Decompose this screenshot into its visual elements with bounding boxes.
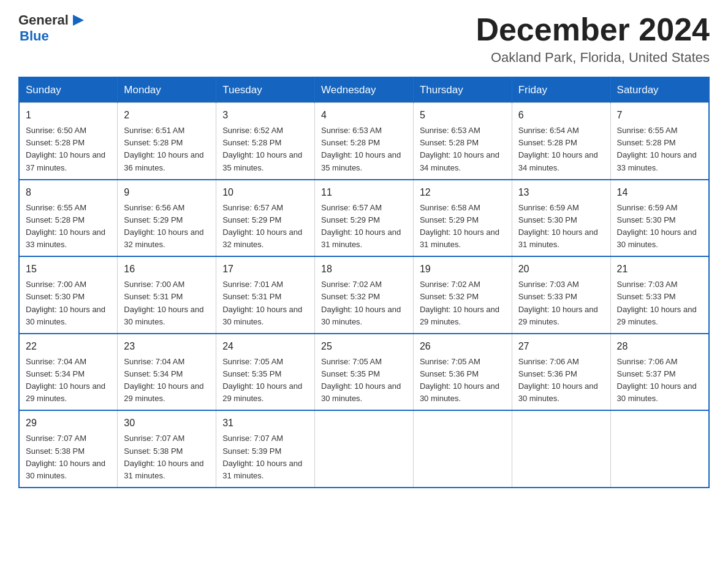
day-info: Sunrise: 6:58 AMSunset: 5:29 PMDaylight:… [420, 202, 506, 251]
day-number: 9 [124, 185, 210, 200]
day-info: Sunrise: 6:53 AMSunset: 5:28 PMDaylight:… [321, 124, 407, 174]
day-number: 25 [321, 339, 407, 354]
day-number: 23 [124, 339, 210, 354]
logo-general-text: General [18, 12, 69, 28]
day-info: Sunrise: 6:54 AMSunset: 5:28 PMDaylight:… [518, 124, 604, 174]
day-info: Sunrise: 7:05 AMSunset: 5:35 PMDaylight:… [222, 356, 308, 405]
day-info: Sunrise: 6:57 AMSunset: 5:29 PMDaylight:… [321, 202, 407, 251]
day-info: Sunrise: 7:07 AMSunset: 5:38 PMDaylight:… [124, 432, 210, 482]
calendar-cell: 17Sunrise: 7:01 AMSunset: 5:31 PMDayligh… [216, 256, 315, 334]
calendar-cell: 18Sunrise: 7:02 AMSunset: 5:32 PMDayligh… [315, 256, 414, 334]
week-row-5: 29Sunrise: 7:07 AMSunset: 5:38 PMDayligh… [19, 410, 709, 488]
calendar-cell: 2Sunrise: 6:51 AMSunset: 5:28 PMDaylight… [118, 103, 216, 180]
day-number: 26 [420, 339, 506, 354]
day-info: Sunrise: 6:57 AMSunset: 5:29 PMDaylight:… [222, 202, 308, 251]
calendar-cell: 25Sunrise: 7:05 AMSunset: 5:35 PMDayligh… [315, 334, 414, 411]
day-info: Sunrise: 6:50 AMSunset: 5:28 PMDaylight:… [26, 124, 111, 174]
day-number: 19 [420, 262, 506, 277]
weekday-header-row: SundayMondayTuesdayWednesdayThursdayFrid… [19, 77, 709, 103]
day-info: Sunrise: 7:07 AMSunset: 5:38 PMDaylight:… [26, 432, 111, 482]
weekday-header-thursday: Thursday [413, 77, 512, 103]
day-number: 27 [518, 339, 604, 354]
day-number: 12 [420, 185, 506, 200]
day-number: 15 [26, 262, 111, 277]
day-number: 3 [222, 108, 308, 123]
calendar-cell: 28Sunrise: 7:06 AMSunset: 5:37 PMDayligh… [610, 334, 709, 411]
page-header: General Blue December 2024 Oakland Park,… [18, 12, 710, 66]
day-number: 7 [617, 108, 702, 123]
calendar-cell: 22Sunrise: 7:04 AMSunset: 5:34 PMDayligh… [19, 334, 118, 411]
day-number: 17 [222, 262, 308, 277]
calendar-cell: 30Sunrise: 7:07 AMSunset: 5:38 PMDayligh… [118, 410, 216, 488]
day-number: 14 [617, 185, 702, 200]
calendar-cell: 27Sunrise: 7:06 AMSunset: 5:36 PMDayligh… [512, 334, 610, 411]
day-number: 29 [26, 416, 111, 431]
day-number: 18 [321, 262, 407, 277]
day-number: 1 [26, 108, 111, 123]
calendar-cell: 1Sunrise: 6:50 AMSunset: 5:28 PMDaylight… [19, 103, 118, 180]
calendar-cell: 21Sunrise: 7:03 AMSunset: 5:33 PMDayligh… [610, 256, 709, 334]
day-number: 22 [26, 339, 111, 354]
day-number: 30 [124, 416, 210, 431]
calendar-cell: 8Sunrise: 6:55 AMSunset: 5:28 PMDaylight… [19, 180, 118, 257]
logo: General Blue [18, 12, 86, 44]
day-info: Sunrise: 6:55 AMSunset: 5:28 PMDaylight:… [617, 124, 702, 174]
weekday-header-saturday: Saturday [610, 77, 709, 103]
day-number: 31 [222, 416, 308, 431]
day-number: 2 [124, 108, 210, 123]
day-number: 24 [222, 339, 308, 354]
day-info: Sunrise: 7:02 AMSunset: 5:32 PMDaylight:… [420, 278, 506, 328]
day-number: 21 [617, 262, 702, 277]
calendar-cell: 15Sunrise: 7:00 AMSunset: 5:30 PMDayligh… [19, 256, 118, 334]
month-title: December 2024 [476, 12, 710, 47]
day-number: 20 [518, 262, 604, 277]
day-info: Sunrise: 7:07 AMSunset: 5:39 PMDaylight:… [222, 432, 308, 482]
calendar-cell: 24Sunrise: 7:05 AMSunset: 5:35 PMDayligh… [216, 334, 315, 411]
day-info: Sunrise: 6:56 AMSunset: 5:29 PMDaylight:… [124, 202, 210, 251]
day-info: Sunrise: 7:04 AMSunset: 5:34 PMDaylight:… [124, 356, 210, 405]
calendar-cell: 20Sunrise: 7:03 AMSunset: 5:33 PMDayligh… [512, 256, 610, 334]
logo-blue-text: Blue [20, 28, 86, 44]
calendar-cell: 12Sunrise: 6:58 AMSunset: 5:29 PMDayligh… [413, 180, 512, 257]
day-info: Sunrise: 7:05 AMSunset: 5:35 PMDaylight:… [321, 356, 407, 405]
logo-arrow-icon [70, 12, 86, 28]
week-row-2: 8Sunrise: 6:55 AMSunset: 5:28 PMDaylight… [19, 180, 709, 257]
day-number: 13 [518, 185, 604, 200]
calendar-cell: 3Sunrise: 6:52 AMSunset: 5:28 PMDaylight… [216, 103, 315, 180]
calendar-cell [315, 410, 414, 488]
calendar-cell [610, 410, 709, 488]
calendar-cell: 16Sunrise: 7:00 AMSunset: 5:31 PMDayligh… [118, 256, 216, 334]
calendar-cell: 31Sunrise: 7:07 AMSunset: 5:39 PMDayligh… [216, 410, 315, 488]
location-subtitle: Oakland Park, Florida, United States [476, 50, 710, 66]
week-row-1: 1Sunrise: 6:50 AMSunset: 5:28 PMDaylight… [19, 103, 709, 180]
calendar-cell: 11Sunrise: 6:57 AMSunset: 5:29 PMDayligh… [315, 180, 414, 257]
svg-marker-0 [73, 15, 84, 26]
day-info: Sunrise: 6:55 AMSunset: 5:28 PMDaylight:… [26, 202, 111, 251]
day-info: Sunrise: 7:04 AMSunset: 5:34 PMDaylight:… [26, 356, 111, 405]
day-info: Sunrise: 7:01 AMSunset: 5:31 PMDaylight:… [222, 278, 308, 328]
day-number: 16 [124, 262, 210, 277]
calendar-cell: 26Sunrise: 7:05 AMSunset: 5:36 PMDayligh… [413, 334, 512, 411]
day-info: Sunrise: 7:06 AMSunset: 5:37 PMDaylight:… [617, 356, 702, 405]
day-info: Sunrise: 6:52 AMSunset: 5:28 PMDaylight:… [222, 124, 308, 174]
week-row-4: 22Sunrise: 7:04 AMSunset: 5:34 PMDayligh… [19, 334, 709, 411]
title-area: December 2024 Oakland Park, Florida, Uni… [476, 12, 710, 66]
calendar-cell: 7Sunrise: 6:55 AMSunset: 5:28 PMDaylight… [610, 103, 709, 180]
day-info: Sunrise: 7:05 AMSunset: 5:36 PMDaylight:… [420, 356, 506, 405]
calendar-cell: 10Sunrise: 6:57 AMSunset: 5:29 PMDayligh… [216, 180, 315, 257]
day-number: 5 [420, 108, 506, 123]
calendar-cell: 14Sunrise: 6:59 AMSunset: 5:30 PMDayligh… [610, 180, 709, 257]
day-number: 6 [518, 108, 604, 123]
week-row-3: 15Sunrise: 7:00 AMSunset: 5:30 PMDayligh… [19, 256, 709, 334]
weekday-header-friday: Friday [512, 77, 610, 103]
day-info: Sunrise: 7:03 AMSunset: 5:33 PMDaylight:… [518, 278, 604, 328]
calendar-cell: 4Sunrise: 6:53 AMSunset: 5:28 PMDaylight… [315, 103, 414, 180]
day-info: Sunrise: 6:53 AMSunset: 5:28 PMDaylight:… [420, 124, 506, 174]
weekday-header-sunday: Sunday [19, 77, 118, 103]
calendar-table: SundayMondayTuesdayWednesdayThursdayFrid… [18, 77, 710, 488]
calendar-cell: 6Sunrise: 6:54 AMSunset: 5:28 PMDaylight… [512, 103, 610, 180]
calendar-cell: 5Sunrise: 6:53 AMSunset: 5:28 PMDaylight… [413, 103, 512, 180]
weekday-header-tuesday: Tuesday [216, 77, 315, 103]
weekday-header-wednesday: Wednesday [315, 77, 414, 103]
calendar-cell [413, 410, 512, 488]
